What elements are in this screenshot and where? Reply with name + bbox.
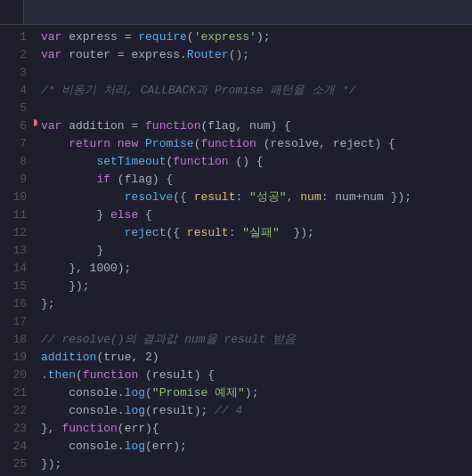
token-plain: ( [145, 386, 152, 399]
token-plain: (resolve, reject) { [264, 137, 395, 150]
code-line-4: /* 비동기 처리, CALLBACK과 Promise 패턴을 소개 */ [41, 82, 472, 100]
code-line-1: var express = require('express'); [41, 28, 472, 46]
token-method: log [125, 440, 145, 453]
token-plain: express = [69, 30, 138, 44]
token-kw: var [41, 30, 69, 44]
code-line-9: if (flag) { [41, 171, 472, 189]
code-line-8: setTimeout(function () { [41, 153, 472, 171]
token-plain [41, 155, 96, 168]
line-number-5: 5 [0, 100, 27, 117]
line-number-25: 25 [0, 456, 27, 473]
token-plain: } [41, 208, 110, 222]
token-plain: (result) { [145, 368, 215, 382]
line-number-21: 21 [0, 384, 27, 402]
code-line-18: // resolve()의 결과값 num을 result 받음 [41, 331, 472, 349]
token-plain: : num+num }); [321, 190, 411, 204]
token-plain: (result); [145, 404, 215, 417]
token-kw: function [83, 368, 145, 382]
line-number-16: 16 [0, 295, 27, 313]
token-method: Promise [145, 137, 194, 150]
code-area: 1234567891011121314151617181920212223242… [0, 25, 472, 476]
token-plain: ( [76, 368, 83, 382]
code-line-16: }; [41, 295, 472, 313]
token-plain: () { [235, 155, 263, 168]
token-comment: // 4 [215, 404, 242, 417]
code-line-22: console.log(result); // 4 [41, 402, 472, 420]
token-plain: }); [41, 457, 61, 471]
code-line-21: console.log("Promise 예제"); [41, 384, 472, 402]
token-prop: result [187, 226, 229, 239]
line-number-6: 6 [0, 117, 27, 135]
token-plain: addition = [69, 119, 145, 133]
code-line-7: return new Promise(function (resolve, re… [41, 135, 472, 153]
tab-bar [0, 0, 472, 25]
token-plain: console. [41, 386, 125, 399]
code-line-6: var addition = function(flag, num) { [41, 117, 472, 135]
code-line-3 [41, 64, 472, 82]
token-plain: ({ [173, 190, 193, 204]
code-line-13: } [41, 242, 472, 260]
token-plain: ); [245, 386, 259, 399]
code-line-12: reject({ result: "실패" }); [41, 224, 472, 242]
token-method: resolve [125, 190, 174, 204]
code-line-23: }, function(err){ [41, 420, 472, 438]
token-kw: function [173, 155, 235, 168]
token-str: "Promise 예제" [152, 386, 245, 399]
token-kw: else [110, 208, 145, 222]
token-plain: }); [41, 279, 90, 293]
breakpoint-dot[interactable] [34, 119, 37, 126]
tab-test-js[interactable] [0, 0, 24, 24]
token-str: "성공" [249, 190, 287, 204]
token-plain: , [287, 190, 301, 204]
line-number-9: 9 [0, 171, 27, 189]
line-number-2: 2 [0, 46, 27, 64]
line-number-8: 8 [0, 153, 27, 171]
token-comment: /* 비동기 처리, CALLBACK과 Promise 패턴을 소개 */ [41, 84, 356, 97]
token-prop: result [194, 190, 236, 204]
code-line-14: }, 1000); [41, 260, 472, 278]
token-kw: function [61, 422, 117, 435]
line-number-13: 13 [0, 242, 27, 260]
token-str: 'express' [194, 30, 256, 44]
token-method: log [125, 404, 145, 417]
token-method: Router [187, 48, 229, 61]
line-numbers: 1234567891011121314151617181920212223242… [0, 25, 34, 476]
token-plain: }); [280, 226, 314, 239]
token-method: require [138, 30, 187, 44]
token-method: reject [125, 226, 167, 239]
token-plain: (flag) { [118, 173, 173, 186]
token-comment: // resolve()의 결과값 num을 result 받음 [41, 333, 296, 346]
line-number-10: 10 [0, 189, 27, 206]
line-number-14: 14 [0, 260, 27, 278]
line-number-23: 23 [0, 420, 27, 438]
line-number-19: 19 [0, 349, 27, 367]
token-plain: . [41, 368, 48, 382]
code-line-19: addition(true, 2) [41, 349, 472, 367]
token-plain: console. [41, 440, 125, 453]
line-number-18: 18 [0, 331, 27, 349]
token-plain: (err){ [118, 422, 159, 435]
token-plain [41, 190, 125, 204]
token-kw: return new [41, 137, 145, 150]
token-plain: }, 1000); [41, 262, 131, 275]
token-kw: var [41, 119, 69, 133]
token-plain: (err); [145, 440, 187, 453]
token-plain [41, 226, 125, 239]
token-plain: { [145, 208, 152, 222]
line-number-17: 17 [0, 313, 27, 331]
token-plain: : [235, 190, 249, 204]
token-plain: ( [187, 30, 194, 44]
line-number-20: 20 [0, 367, 27, 384]
token-plain: console. [41, 404, 125, 417]
token-plain: ); [256, 30, 271, 44]
token-str: "실패" [242, 226, 280, 239]
token-method: log [125, 386, 145, 399]
line-number-15: 15 [0, 278, 27, 295]
line-number-24: 24 [0, 438, 27, 456]
line-number-3: 3 [0, 64, 27, 82]
code-line-17 [41, 313, 472, 331]
token-prop: num [300, 190, 321, 204]
code-line-10: resolve({ result: "성공", num: num+num }); [41, 189, 472, 206]
token-method: setTimeout [96, 155, 166, 168]
code-line-15: }); [41, 278, 472, 295]
